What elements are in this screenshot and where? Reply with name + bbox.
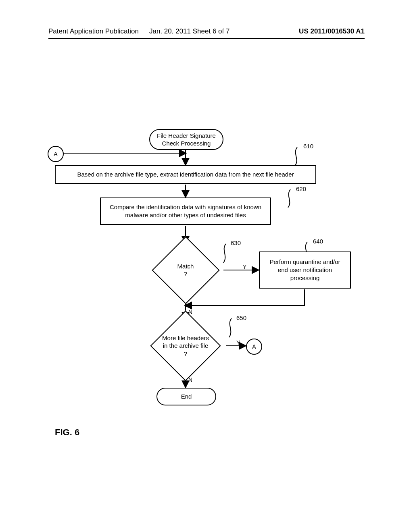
- connector-a-exit: A: [246, 339, 262, 355]
- header-center: Jan. 20, 2011 Sheet 6 of 7: [149, 27, 229, 35]
- connector-a-exit-label: A: [252, 343, 256, 350]
- figure-caption: FIG. 6: [55, 427, 79, 438]
- connector-a-entry: A: [48, 146, 64, 162]
- start-label: File Header Signature Check Processing: [157, 132, 216, 148]
- connector-a-entry-label: A: [54, 151, 57, 157]
- header-left: Patent Application Publication: [48, 27, 139, 35]
- ref-630: 630: [231, 239, 241, 246]
- end-terminator: End: [156, 388, 216, 405]
- page-stage: Patent Application Publication Jan. 20, …: [0, 0, 413, 532]
- ref-610: 610: [303, 143, 313, 150]
- label-650-yes: Y: [236, 339, 240, 346]
- label-650-no: N: [188, 376, 192, 383]
- process-620-text: Compare the identification data with sig…: [110, 203, 261, 220]
- header-right: US 2011/0016530 A1: [299, 27, 365, 35]
- ref-620: 620: [296, 185, 306, 192]
- start-terminator: File Header Signature Check Processing: [149, 129, 223, 150]
- process-640: Perform quarantine and/or end user notif…: [259, 251, 351, 289]
- end-label: End: [181, 393, 192, 401]
- ref-640: 640: [313, 238, 323, 245]
- process-610: Based on the archive file type, extract …: [55, 165, 316, 184]
- decision-650: More file headers in the archive file ?: [145, 318, 226, 373]
- process-640-text: Perform quarantine and/or end user notif…: [269, 258, 340, 283]
- process-620: Compare the identification data with sig…: [100, 197, 271, 225]
- decision-630-text: Match ?: [177, 262, 194, 278]
- header-rule: [48, 38, 365, 39]
- label-630-yes: Y: [243, 264, 246, 270]
- decision-630: Match ?: [148, 243, 223, 297]
- decision-650-text: More file headers in the archive file ?: [162, 334, 209, 358]
- ref-650: 650: [236, 314, 246, 321]
- process-610-text: Based on the archive file type, extract …: [77, 170, 294, 179]
